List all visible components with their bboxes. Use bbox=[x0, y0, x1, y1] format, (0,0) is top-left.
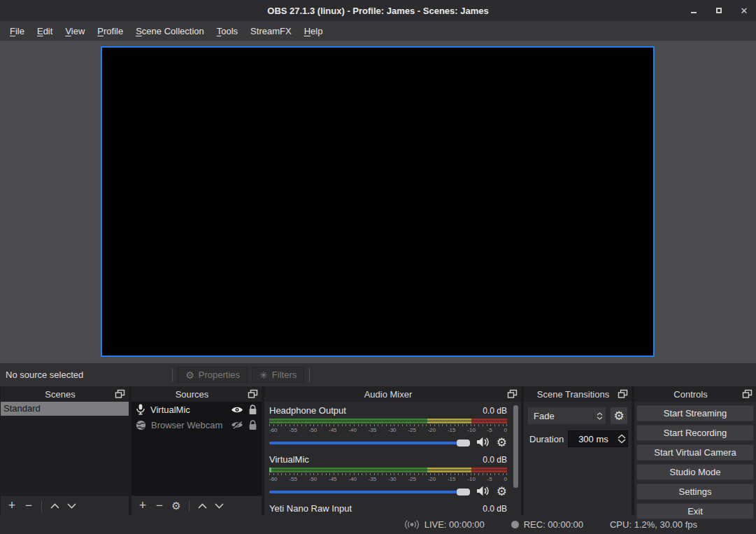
transition-selected-value: Fade bbox=[528, 411, 593, 421]
start-virtual-camera-button[interactable]: Start Virtual Camera bbox=[636, 444, 754, 461]
microphone-icon bbox=[136, 404, 145, 415]
volume-meter bbox=[269, 468, 507, 472]
settings-button[interactable]: Settings bbox=[636, 484, 754, 500]
duration-value: 300 ms bbox=[569, 434, 616, 444]
add-scene-button[interactable]: + bbox=[5, 499, 19, 513]
source-item[interactable]: VirtualMic bbox=[131, 402, 262, 417]
meter-level-indicator bbox=[269, 468, 271, 472]
properties-label: Properties bbox=[199, 370, 240, 380]
spin-down-icon[interactable] bbox=[618, 439, 626, 444]
remove-source-button[interactable]: − bbox=[152, 499, 166, 513]
move-scene-down-button[interactable] bbox=[64, 499, 78, 513]
audio-mixer-panel: Audio Mixer Headphone Output0.0 dB-60-55… bbox=[264, 386, 521, 515]
live-time: LIVE: 00:00:00 bbox=[425, 519, 485, 530]
channel-settings-gear-icon[interactable]: ⚙ bbox=[497, 437, 507, 449]
separator bbox=[189, 500, 190, 512]
volume-slider[interactable] bbox=[269, 491, 470, 493]
mixer-channel: Yeti Nano Raw Input0.0 dB-60-55-50-45-40… bbox=[269, 503, 507, 515]
channel-settings-gear-icon[interactable]: ⚙ bbox=[497, 486, 507, 498]
menu-profile[interactable]: Profile bbox=[91, 23, 129, 39]
remove-scene-button[interactable]: − bbox=[22, 499, 36, 513]
separator bbox=[172, 368, 173, 382]
volume-slider-handle[interactable] bbox=[457, 440, 470, 447]
dock-popout-icon[interactable] bbox=[508, 390, 517, 398]
title-bar: OBS 27.1.3 (linux) - Profile: James - Sc… bbox=[0, 0, 756, 21]
mute-speaker-icon[interactable] bbox=[476, 437, 490, 449]
duration-label: Duration bbox=[527, 434, 564, 444]
visibility-eye-slash-icon[interactable] bbox=[231, 421, 243, 429]
sources-panel: Sources VirtualMicBrowser Webcam + − ⚙ bbox=[131, 386, 262, 515]
dock-popout-icon[interactable] bbox=[618, 390, 627, 398]
live-status: LIVE: 00:00:00 bbox=[404, 519, 485, 530]
duration-spinbox[interactable]: 300 ms bbox=[568, 430, 628, 447]
window-title: OBS 27.1.3 (linux) - Profile: James - Sc… bbox=[0, 6, 756, 16]
gear-icon: ⚙ bbox=[185, 370, 194, 380]
dock-popout-icon[interactable] bbox=[743, 390, 752, 398]
menu-tools[interactable]: Tools bbox=[211, 23, 244, 39]
minimize-button[interactable] bbox=[689, 6, 699, 15]
mixer-scrollbar[interactable] bbox=[513, 405, 518, 488]
transition-settings-button[interactable]: ⚙ bbox=[610, 407, 628, 425]
source-name: Browser Webcam bbox=[151, 420, 226, 430]
scene-item[interactable]: Standard bbox=[1, 402, 129, 416]
start-recording-button[interactable]: Start Recording bbox=[636, 425, 754, 441]
minimize-icon bbox=[691, 12, 697, 13]
rec-status: REC: 00:00:00 bbox=[511, 519, 583, 530]
spin-up-icon[interactable] bbox=[618, 434, 626, 439]
lock-icon[interactable] bbox=[248, 420, 257, 430]
move-source-down-button[interactable] bbox=[212, 499, 226, 513]
menu-edit[interactable]: Edit bbox=[31, 23, 59, 39]
menu-view[interactable]: View bbox=[59, 23, 91, 39]
filters-button[interactable]: ✳ Filters bbox=[252, 367, 304, 383]
scenes-panel: Scenes Standard + − bbox=[1, 386, 129, 515]
meter-scale-labels: -60-55-50-45-40-35-30-25-20-15-10-50 bbox=[269, 427, 507, 433]
combo-spinner-icon bbox=[593, 412, 606, 420]
scene-transitions-title: Scene Transitions bbox=[528, 389, 618, 400]
close-button[interactable]: ✕ bbox=[739, 6, 749, 15]
volume-slider[interactable] bbox=[269, 442, 470, 444]
mixer-channel-name: VirtualMic bbox=[269, 454, 309, 465]
controls-panel-title: Controls bbox=[639, 389, 743, 400]
exit-button[interactable]: Exit bbox=[636, 503, 754, 519]
menu-streamfx[interactable]: StreamFX bbox=[244, 23, 298, 39]
dock-popout-icon[interactable] bbox=[115, 390, 124, 398]
menu-scene-collection[interactable]: Scene Collection bbox=[129, 23, 211, 39]
menu-file[interactable]: File bbox=[3, 23, 31, 39]
separator bbox=[41, 500, 42, 512]
filter-icon: ✳ bbox=[259, 370, 268, 380]
no-source-selected-label: No source selected bbox=[6, 370, 83, 380]
globe-icon bbox=[136, 420, 146, 430]
mixer-channel-volume: 0.0 dB bbox=[483, 504, 507, 514]
move-scene-up-button[interactable] bbox=[48, 499, 62, 513]
menu-help[interactable]: Help bbox=[298, 23, 329, 39]
mute-speaker-icon[interactable] bbox=[476, 486, 490, 498]
scenes-panel-title: Scenes bbox=[5, 389, 115, 400]
controls-panel: Controls Start StreamingStart RecordingS… bbox=[634, 386, 756, 515]
lock-icon[interactable] bbox=[248, 405, 257, 415]
mixer-channel-volume: 0.0 dB bbox=[483, 406, 507, 416]
source-properties-button[interactable]: ⚙ bbox=[169, 499, 183, 513]
start-streaming-button[interactable]: Start Streaming bbox=[636, 405, 754, 421]
mixer-channel: Headphone Output0.0 dB-60-55-50-45-40-35… bbox=[269, 405, 507, 448]
mixer-channel-name: Yeti Nano Raw Input bbox=[269, 503, 352, 514]
preview-canvas[interactable] bbox=[101, 46, 655, 357]
maximize-button[interactable] bbox=[714, 6, 724, 15]
separator bbox=[309, 368, 310, 382]
filters-label: Filters bbox=[272, 370, 297, 380]
move-source-up-button[interactable] bbox=[195, 499, 209, 513]
transition-select[interactable]: Fade bbox=[527, 407, 606, 425]
broadcast-icon bbox=[404, 519, 420, 530]
menu-bar: FileEditViewProfileScene CollectionTools… bbox=[0, 21, 756, 41]
studio-mode-button[interactable]: Studio Mode bbox=[636, 464, 754, 480]
source-item[interactable]: Browser Webcam bbox=[131, 417, 262, 433]
dock-popout-icon[interactable] bbox=[248, 390, 257, 398]
mixer-channel-name: Headphone Output bbox=[269, 405, 346, 416]
properties-button[interactable]: ⚙ Properties bbox=[178, 367, 248, 383]
meter-scale-labels: -60-55-50-45-40-35-30-25-20-15-10-50 bbox=[269, 476, 507, 482]
mixer-channel-volume: 0.0 dB bbox=[483, 455, 507, 465]
visibility-eye-icon[interactable] bbox=[231, 406, 243, 414]
volume-slider-handle[interactable] bbox=[457, 489, 470, 496]
scenes-toolbar: + − bbox=[1, 496, 129, 515]
add-source-button[interactable]: + bbox=[136, 499, 150, 513]
source-context-toolbar: No source selected ⚙ Properties ✳ Filter… bbox=[0, 363, 756, 386]
